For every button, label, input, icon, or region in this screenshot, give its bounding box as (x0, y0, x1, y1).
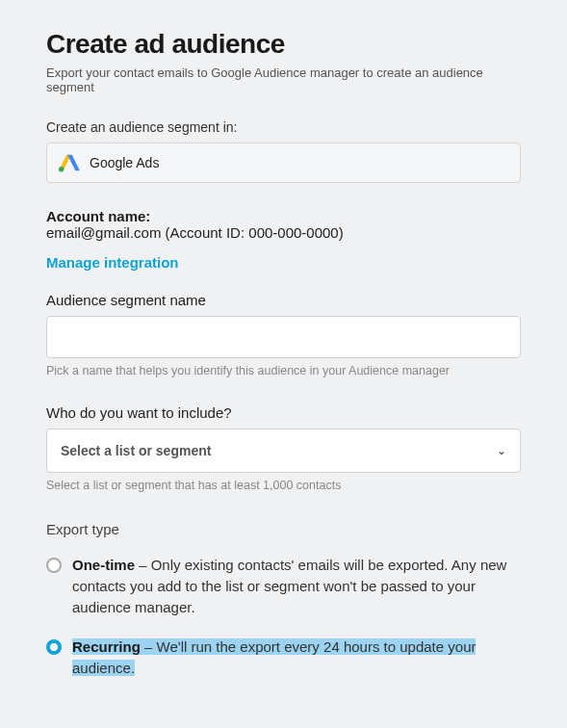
include-placeholder: Select a list or segment (61, 443, 211, 458)
platform-label: Create an audience segment in: (46, 119, 521, 135)
manage-integration-link[interactable]: Manage integration (46, 254, 179, 271)
platform-selector[interactable]: Google Ads (46, 143, 521, 183)
export-option-recurring[interactable]: Recurring – We'll run the export every 2… (46, 637, 521, 679)
segment-name-label: Audience segment name (46, 292, 521, 308)
google-ads-icon (59, 153, 80, 172)
export-option-one-time[interactable]: One-time – Only existing contacts' email… (46, 555, 521, 617)
svg-point-0 (59, 167, 64, 171)
page-title: Create ad audience (46, 29, 521, 60)
account-name-value: email@gmail.com (Account ID: 000-000-000… (46, 224, 521, 241)
radio-checked-icon[interactable] (46, 639, 62, 655)
segment-name-input[interactable] (46, 316, 521, 358)
chevron-down-icon: ⌄ (497, 444, 506, 457)
include-hint: Select a list or segment that has at lea… (46, 479, 521, 492)
platform-name: Google Ads (90, 155, 159, 170)
segment-name-hint: Pick a name that helps you identify this… (46, 364, 521, 377)
export-type-label: Export type (46, 521, 521, 537)
export-option-text: One-time – Only existing contacts' email… (72, 555, 521, 617)
include-label: Who do you want to include? (46, 404, 521, 421)
account-name-label: Account name: (46, 208, 521, 224)
page-subtitle: Export your contact emails to Google Aud… (46, 65, 521, 94)
export-option-text: Recurring – We'll run the export every 2… (72, 637, 521, 679)
radio-unchecked-icon[interactable] (46, 558, 62, 573)
include-select[interactable]: Select a list or segment ⌄ (46, 429, 521, 473)
